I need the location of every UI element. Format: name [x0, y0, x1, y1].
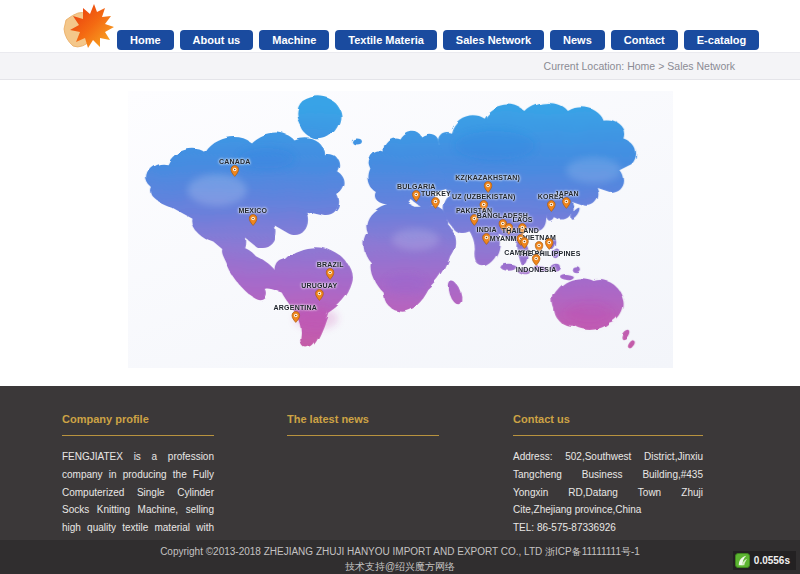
map-pin-icon — [545, 238, 554, 250]
map-location-label: ARGENTINA — [274, 304, 317, 311]
map-pin-icon — [315, 289, 324, 301]
maple-leaf-logo-icon — [56, 1, 116, 51]
map-location-uruguay: URUGUAY — [301, 282, 337, 301]
map-location-label: JAPAN — [555, 190, 579, 197]
nav-item-home[interactable]: Home — [117, 30, 174, 50]
map-location-mexico: MEXICO — [238, 207, 267, 226]
map-location-label: INDONESIA — [516, 266, 557, 273]
map-location-label: KZ(KAZAKHSTAN) — [455, 174, 520, 181]
map-pin-icon — [562, 197, 571, 209]
map-location-argentina: ARGENTINA — [274, 304, 317, 323]
nav-item-textile-materia[interactable]: Textile Materia — [335, 30, 437, 50]
bottom-bar: Copyright ©2013-2018 ZHEJIANG ZHUJI HANY… — [0, 540, 800, 574]
footer-latest-news: The latest news — [287, 413, 439, 448]
nav-item-machine[interactable]: Machine — [259, 30, 329, 50]
map-location-label: BRAZIL — [317, 261, 344, 268]
map-location-kz-kazakhstan-: KZ(KAZAKHSTAN) — [455, 174, 520, 193]
map-location-label: UZ (UZBEKISTAN) — [452, 193, 516, 200]
site-header: HomeAbout usMachineTextile MateriaSales … — [0, 0, 800, 52]
breadcrumb-current: Sales Network — [667, 60, 735, 72]
map-location-label: CANADA — [219, 158, 251, 165]
map-pin-icon — [532, 254, 541, 266]
load-time: 0.0556s — [754, 555, 790, 566]
breadcrumb-prefix: Current Location: — [544, 60, 625, 72]
footer-company-title: Company profile — [62, 413, 214, 436]
nav-item-about-us[interactable]: About us — [180, 30, 254, 50]
main-content: CANADAMEXICOBRAZILURUGUAYARGENTINABULGAR… — [0, 80, 800, 386]
performance-badge: 0.0556s — [733, 551, 796, 570]
map-markers: CANADAMEXICOBRAZILURUGUAYARGENTINABULGAR… — [128, 91, 673, 368]
main-nav: HomeAbout usMachineTextile MateriaSales … — [117, 30, 759, 50]
map-pin-icon — [326, 268, 335, 280]
map-location-turkey: TURKEY — [421, 190, 451, 209]
breadcrumb-home-link[interactable]: Home — [627, 60, 655, 72]
map-location-japan: JAPAN — [555, 190, 579, 209]
nav-item-contact[interactable]: Contact — [611, 30, 678, 50]
support-text: 技术支持@绍兴魔方网络 — [0, 560, 800, 574]
contact-address: Address: 502,Southwest District,Jinxiu T… — [513, 448, 703, 519]
map-location-label: URUGUAY — [301, 282, 337, 289]
contact-tel: TEL: 86-575-87336926 — [513, 519, 703, 537]
map-pin-icon — [431, 197, 440, 209]
map-pin-icon — [483, 181, 492, 193]
nav-item-news[interactable]: News — [550, 30, 605, 50]
footer-news-title: The latest news — [287, 413, 439, 436]
map-location-label: LAOS — [512, 216, 532, 223]
footer-contact-title: Contact us — [513, 413, 703, 436]
nav-item-sales-network[interactable]: Sales Network — [443, 30, 544, 50]
map-location-label: MEXICO — [238, 207, 267, 214]
leaf-badge-icon — [735, 553, 750, 568]
site-footer: Company profile FENGJIATEX is a professi… — [0, 386, 800, 540]
map-location-brazil: BRAZIL — [317, 261, 344, 280]
map-pin-icon — [248, 214, 257, 226]
breadcrumb-separator: > — [658, 60, 664, 72]
sales-network-map: CANADAMEXICOBRAZILURUGUAYARGENTINABULGAR… — [128, 91, 673, 368]
nav-item-e-catalog[interactable]: E-catalog — [684, 30, 760, 50]
map-pin-icon — [412, 190, 421, 202]
map-pin-icon — [291, 311, 300, 323]
map-location-indonesia: INDONESIA — [516, 254, 557, 273]
map-location-label: TURKEY — [421, 190, 451, 197]
map-pin-icon — [230, 165, 239, 177]
copyright-text: Copyright ©2013-2018 ZHEJIANG ZHUJI HANY… — [0, 545, 800, 559]
breadcrumb: Current Location:Home > Sales Network — [0, 52, 800, 80]
map-location-canada: CANADA — [219, 158, 251, 177]
